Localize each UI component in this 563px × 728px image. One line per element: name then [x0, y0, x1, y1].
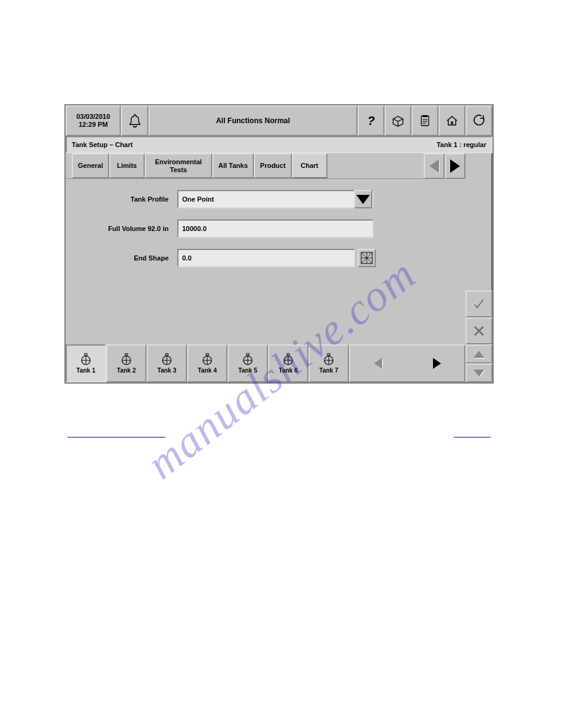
tab-next-button[interactable]: [445, 153, 465, 179]
svg-rect-4: [85, 354, 87, 355]
tank-label: Tank 2: [117, 367, 136, 374]
svg-rect-16: [327, 354, 330, 355]
home-button[interactable]: [439, 105, 465, 136]
confirm-button[interactable]: [465, 290, 492, 317]
alarm-button[interactable]: [121, 105, 148, 136]
tab-general[interactable]: General: [72, 153, 109, 178]
field-tank-profile[interactable]: One Point: [177, 190, 373, 208]
date-text: 03/03/2010: [76, 113, 110, 121]
tank-selector-row: Tank 1 Tank 2 Tank 3 Tank 4 Tank 5: [66, 344, 465, 382]
tank-icon: [161, 353, 172, 365]
svg-rect-14: [287, 354, 289, 355]
check-icon: [472, 297, 486, 311]
right-arrow-icon: [433, 358, 441, 369]
tab-nav: [424, 153, 465, 178]
status-message: All Functions Normal: [148, 105, 358, 136]
tank-prev-button[interactable]: [374, 358, 382, 369]
svg-rect-12: [247, 354, 249, 355]
keypad-icon: [361, 252, 373, 264]
form-area: Tank Profile One Point Full Volume 92.0 …: [66, 179, 465, 344]
svg-rect-10: [206, 354, 209, 355]
screen-title: Tank Setup – Chart: [72, 141, 437, 148]
row-end-shape: End Shape 0.0: [79, 249, 452, 267]
home-icon: [445, 114, 459, 127]
tank-button-3[interactable]: Tank 3: [147, 344, 187, 382]
right-sidebar: [465, 153, 492, 382]
tank-label: Tank 3: [158, 367, 177, 374]
row-tank-profile: Tank Profile One Point: [79, 190, 452, 208]
label-full-volume: Full Volume 92.0 in: [79, 225, 177, 232]
tank-button-1[interactable]: Tank 1: [66, 344, 106, 382]
main-area: General Limits Environmental Tests All T…: [66, 153, 465, 382]
bell-icon: [128, 113, 142, 128]
tank-next-button[interactable]: [433, 358, 441, 369]
chevron-down-icon: [356, 195, 370, 204]
doc-link-right[interactable]: [454, 437, 491, 438]
back-button[interactable]: [465, 105, 492, 136]
cancel-button[interactable]: [465, 317, 492, 344]
svg-text:?: ?: [367, 114, 375, 127]
field-end-shape[interactable]: 0.0: [177, 249, 355, 267]
value-tank-profile: One Point: [182, 195, 354, 203]
doc-links: [67, 437, 491, 438]
tank-icon: [242, 353, 253, 365]
end-shape-aux-button[interactable]: [358, 249, 376, 267]
value-full-volume: 10000.0: [182, 225, 369, 232]
tank-label: Tank 7: [320, 367, 339, 374]
dropdown-tank-profile[interactable]: [354, 190, 372, 208]
time-text: 12:29 PM: [79, 121, 108, 129]
svg-rect-8: [166, 354, 168, 355]
tank-button-7[interactable]: Tank 7: [308, 344, 349, 382]
svg-rect-6: [125, 354, 128, 355]
tab-prev-button[interactable]: [424, 153, 445, 179]
sidebar-spacer: [465, 153, 492, 290]
tab-strip: General Limits Environmental Tests All T…: [66, 153, 465, 179]
tank-label: Tank 4: [198, 367, 217, 374]
help-icon: ?: [364, 114, 378, 127]
label-tank-profile: Tank Profile: [79, 195, 177, 203]
tank-button-5[interactable]: Tank 5: [228, 344, 268, 382]
top-toolbar: 03/03/2010 12:29 PM All Functions Normal…: [66, 105, 492, 136]
box-icon: [391, 114, 405, 127]
tab-all-tanks[interactable]: All Tanks: [212, 153, 254, 178]
x-icon: [473, 325, 485, 337]
down-arrow-icon: [473, 370, 484, 377]
tab-product[interactable]: Product: [254, 153, 292, 178]
context-label: Tank 1 : regular: [437, 141, 486, 148]
tank-icon: [323, 353, 334, 365]
left-arrow-icon: [429, 159, 439, 173]
tank-button-6[interactable]: Tank 6: [268, 344, 308, 382]
breadcrumb-bar: Tank Setup – Chart Tank 1 : regular: [66, 136, 492, 153]
body-row: General Limits Environmental Tests All T…: [66, 153, 492, 382]
tank-label: Tank 1: [77, 367, 96, 374]
tab-chart[interactable]: Chart: [292, 153, 327, 178]
doc-link-left[interactable]: [67, 437, 166, 438]
tank-button-4[interactable]: Tank 4: [187, 344, 228, 382]
app-window: 03/03/2010 12:29 PM All Functions Normal…: [64, 104, 494, 384]
datetime-display: 03/03/2010 12:29 PM: [66, 105, 121, 136]
tank-label: Tank 6: [279, 367, 298, 374]
tab-environmental-tests[interactable]: Environmental Tests: [145, 153, 212, 178]
tank-button-2[interactable]: Tank 2: [106, 344, 147, 382]
tank-nav: [349, 344, 465, 382]
label-end-shape: End Shape: [79, 254, 177, 262]
value-end-shape: 0.0: [182, 254, 350, 262]
tab-limits[interactable]: Limits: [109, 153, 145, 178]
tank-icon: [80, 353, 91, 365]
clipboard-icon: [418, 114, 432, 127]
reports-button[interactable]: [385, 105, 412, 136]
left-arrow-icon: [374, 358, 382, 369]
svg-rect-1: [421, 116, 429, 126]
field-full-volume[interactable]: 10000.0: [177, 219, 373, 238]
right-arrow-icon: [450, 159, 460, 173]
tank-icon: [283, 353, 294, 365]
help-button[interactable]: ?: [358, 105, 385, 136]
row-full-volume: Full Volume 92.0 in 10000.0: [79, 219, 452, 238]
scroll-up-button[interactable]: [465, 344, 492, 363]
settings-button[interactable]: [412, 105, 439, 136]
up-arrow-icon: [473, 351, 484, 358]
tank-label: Tank 5: [239, 367, 258, 374]
scroll-down-button[interactable]: [465, 363, 492, 382]
back-arrow-icon: [472, 114, 486, 127]
tank-icon: [202, 353, 213, 365]
